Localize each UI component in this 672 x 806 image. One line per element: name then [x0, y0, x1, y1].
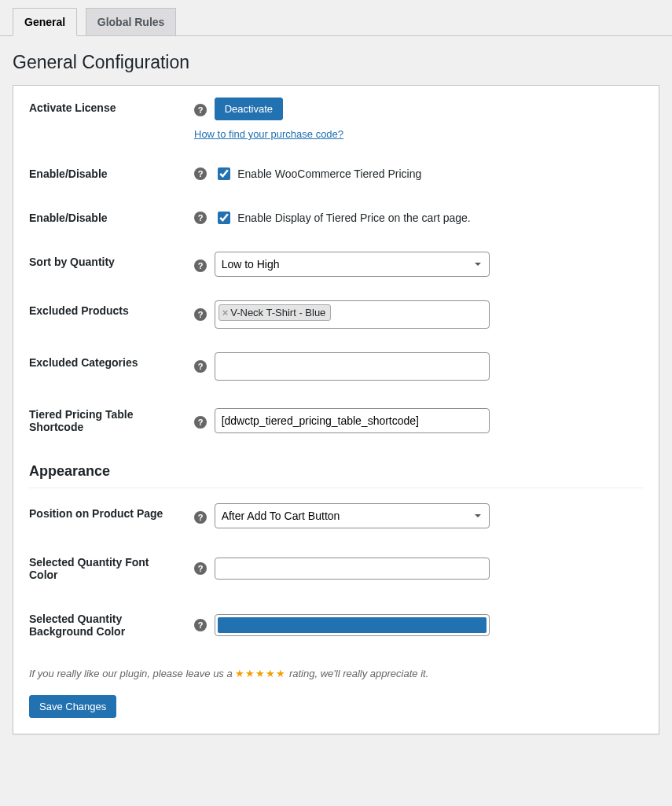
label-activate-license: Activate License [29, 86, 186, 152]
product-tag-label: V-Neck T-Shirt - Blue [230, 307, 325, 318]
help-icon[interactable]: ? [194, 360, 207, 373]
select-position[interactable]: After Add To Cart Button [215, 503, 490, 528]
help-icon[interactable]: ? [194, 212, 207, 224]
label-bg-color: Selected Quantity Background Color [29, 597, 186, 653]
rating-note: If you really like our plugin, please le… [29, 668, 643, 679]
font-color-picker[interactable] [215, 558, 490, 580]
deactivate-button[interactable]: Deactivate [215, 98, 283, 120]
checkbox-enable-tiered-pricing[interactable] [218, 167, 230, 180]
label-enable-cart-display: Enable/Disable [29, 196, 186, 240]
label-shortcode: Tiered Pricing Table Shortcode [29, 392, 186, 449]
settings-panel: Activate License ? Deactivate How to fin… [13, 85, 659, 734]
tab-bar: General Global Rules [0, 0, 672, 36]
stars-icon: ★★★★★ [235, 668, 286, 679]
excluded-categories-input[interactable] [215, 352, 490, 381]
label-excluded-products: Excluded Products [29, 289, 186, 340]
appearance-heading: Appearance [29, 463, 643, 488]
label-excluded-categories: Excluded Categories [29, 340, 186, 392]
label-position: Position on Product Page [29, 491, 186, 540]
remove-tag-icon[interactable]: × [222, 307, 229, 318]
label-font-color: Selected Quantity Font Color [29, 540, 186, 597]
label-enable-tiered-pricing: Enable/Disable [29, 152, 186, 196]
tab-global-rules[interactable]: Global Rules [86, 8, 177, 35]
save-changes-button[interactable]: Save Changes [29, 695, 116, 718]
help-icon[interactable]: ? [194, 259, 207, 272]
product-tag[interactable]: ×V-Neck T-Shirt - Blue [218, 304, 332, 321]
excluded-products-input[interactable]: ×V-Neck T-Shirt - Blue [215, 300, 490, 329]
checkbox-label-enable-cart-display: Enable Display of Tiered Price on the ca… [237, 212, 471, 224]
checkbox-enable-cart-display[interactable] [218, 212, 230, 224]
help-icon[interactable]: ? [194, 619, 207, 631]
help-icon[interactable]: ? [194, 511, 207, 524]
tab-general[interactable]: General [13, 8, 77, 36]
bg-color-swatch [218, 617, 487, 633]
rating-note-prefix: If you really like our plugin, please le… [29, 668, 235, 679]
bg-color-picker[interactable] [215, 614, 490, 636]
label-sort-by-quantity: Sort by Quantity [29, 240, 186, 289]
help-icon[interactable]: ? [194, 416, 207, 429]
shortcode-input[interactable] [215, 408, 490, 433]
help-icon[interactable]: ? [194, 562, 207, 575]
select-sort-by-quantity[interactable]: Low to High [215, 252, 490, 277]
page-title: General Configuration [13, 52, 672, 73]
rating-note-suffix: rating, we'll really appreciate it. [286, 668, 428, 679]
help-icon[interactable]: ? [194, 308, 207, 321]
font-color-swatch [218, 561, 487, 576]
purchase-code-link[interactable]: How to find your purchase code? [194, 128, 343, 140]
help-icon[interactable]: ? [194, 167, 207, 180]
help-icon[interactable]: ? [194, 104, 207, 116]
checkbox-label-enable-tiered-pricing: Enable WooCommerce Tiered Pricing [237, 167, 421, 180]
